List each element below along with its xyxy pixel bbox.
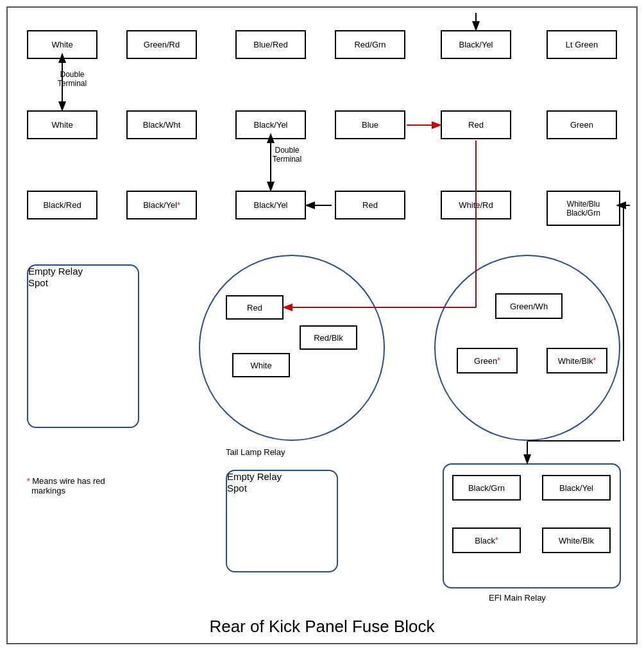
big-green: Green* bbox=[457, 348, 518, 373]
box-black-wht: Black/Wht bbox=[126, 110, 197, 139]
efi-main-relay-label: EFI Main Relay bbox=[489, 593, 546, 603]
big-green-wh: Green/Wh bbox=[495, 293, 563, 319]
big-white-blk: White/Blk* bbox=[547, 348, 607, 373]
box-red-grn: Red/Grn bbox=[335, 30, 405, 59]
empty-relay-1-label: Empty RelaySpot bbox=[28, 266, 83, 288]
box-black-red: Black/Red bbox=[27, 191, 97, 219]
box-green-1: Green bbox=[547, 110, 617, 139]
double-terminal-2-label: DoubleTerminal bbox=[260, 146, 314, 164]
efi-black-grn: Black/Grn bbox=[452, 475, 521, 501]
box-red-2: Red bbox=[335, 191, 405, 219]
box-white-2: White bbox=[27, 110, 97, 139]
box-white-rd: White/Rd bbox=[441, 191, 511, 219]
efi-black-yel: Black/Yel bbox=[542, 475, 611, 501]
box-green-rd: Green/Rd bbox=[126, 30, 197, 59]
page-title: Rear of Kick Panel Fuse Block bbox=[8, 617, 636, 637]
main-container: Rear of Kick Panel Fuse Block White Gree… bbox=[6, 6, 638, 644]
box-black-yel-4: Black/Yel bbox=[235, 191, 306, 219]
box-white-1: White bbox=[27, 30, 97, 59]
double-terminal-1-label: DoubleTerminal bbox=[45, 70, 99, 88]
box-white-blu-black-grn: White/BluBlack/Grn bbox=[547, 191, 620, 226]
efi-black: Black* bbox=[452, 528, 521, 553]
empty-relay-2: Empty RelaySpot bbox=[226, 470, 338, 572]
box-red-1: Red bbox=[441, 110, 511, 139]
relay-white: White bbox=[232, 353, 290, 377]
box-black-yel-2: Black/Yel bbox=[235, 110, 306, 139]
empty-relay-1: Empty RelaySpot bbox=[27, 264, 139, 428]
empty-relay-2-label: Empty RelaySpot bbox=[227, 471, 282, 493]
tail-lamp-relay-label: Tail Lamp Relay bbox=[226, 447, 285, 457]
box-blue: Blue bbox=[335, 110, 405, 139]
box-black-yel-3: Black/Yel* bbox=[126, 191, 197, 219]
relay-red-blk: Red/Blk bbox=[300, 325, 357, 350]
note-text: * Means wire has red markings bbox=[27, 476, 105, 495]
box-blue-red: Blue/Red bbox=[235, 30, 306, 59]
box-lt-green: Lt Green bbox=[547, 30, 617, 59]
box-black-yel-1: Black/Yel bbox=[441, 30, 511, 59]
efi-white-blk: White/Blk bbox=[542, 528, 611, 553]
relay-red: Red bbox=[226, 295, 284, 320]
